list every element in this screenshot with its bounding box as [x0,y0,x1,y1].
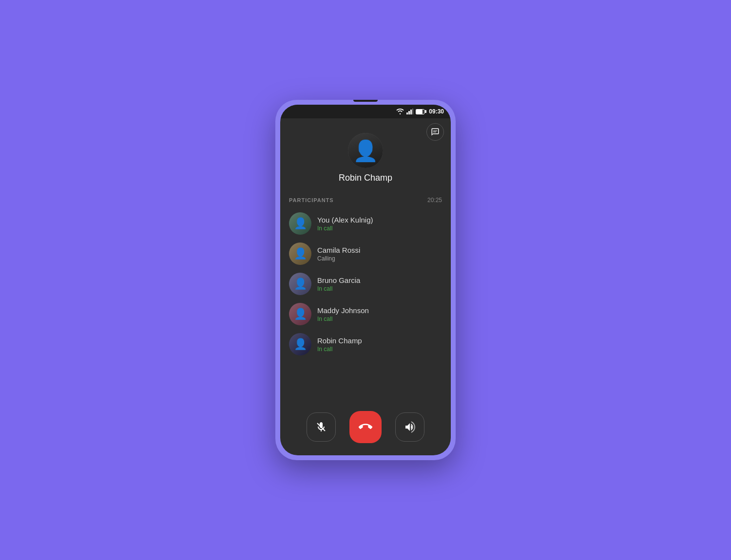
participant-avatar-camila: 👤 [289,243,311,265]
participant-status-maddy: In call [317,316,369,322]
participant-avatar-robin: 👤 [289,333,311,355]
notch [353,100,378,102]
participant-avatar-maddy: 👤 [289,303,311,325]
participant-name-alex: You (Alex Kulnig) [317,216,373,224]
status-icons: 09:30 [396,108,444,115]
participant-item-camila[interactable]: 👤 Camila Rossi Calling [286,239,445,269]
caller-section: Robin Champ [280,118,451,193]
phone-device: 09:30 Robin Champ PARTICIPANTS [275,100,456,460]
bottom-controls [280,407,451,455]
mic-off-icon [315,421,327,433]
participant-info-alex: You (Alex Kulnig) In call [317,216,373,232]
participant-item-bruno[interactable]: 👤 Bruno Garcia In call [286,269,445,299]
mute-button[interactable] [307,412,336,442]
signal-icon [406,109,413,114]
participant-status-bruno: In call [317,285,360,292]
speaker-icon [404,421,416,433]
caller-avatar [348,133,383,168]
participant-item-alex[interactable]: 👤 You (Alex Kulnig) In call [286,208,445,239]
participant-info-bruno: Bruno Garcia In call [317,276,360,292]
participant-status-robin: In call [317,346,362,353]
participant-status-alex: In call [317,225,373,232]
participant-info-camila: Camila Rossi Calling [317,246,360,262]
participants-header: PARTICIPANTS 20:25 [280,193,451,208]
chat-button[interactable] [426,123,444,141]
participants-list: 👤 You (Alex Kulnig) In call 👤 Camila Ros… [280,208,451,407]
participant-name-robin: Robin Champ [317,336,362,345]
svg-rect-0 [406,112,408,114]
status-bar: 09:30 [280,105,451,118]
participant-info-maddy: Maddy Johnson In call [317,306,369,322]
status-time: 09:30 [429,108,444,115]
participant-name-bruno: Bruno Garcia [317,276,360,284]
participant-status-camila: Calling [317,255,360,262]
participant-item-robin[interactable]: 👤 Robin Champ In call [286,329,445,359]
participant-avatar-alex: 👤 [289,212,311,235]
caller-name: Robin Champ [339,173,392,183]
participant-info-robin: Robin Champ In call [317,336,362,353]
participant-name-maddy: Maddy Johnson [317,306,369,315]
speaker-button[interactable] [395,412,424,442]
svg-rect-1 [408,111,410,114]
svg-rect-2 [410,110,412,114]
end-call-icon [359,420,372,434]
svg-rect-3 [412,109,413,114]
participant-avatar-bruno: 👤 [289,273,311,295]
chat-icon [431,128,440,136]
battery-icon [416,109,424,114]
wifi-icon [396,109,404,114]
screen-content: Robin Champ PARTICIPANTS 20:25 👤 You (Al… [280,118,451,455]
participant-item-maddy[interactable]: 👤 Maddy Johnson In call [286,299,445,329]
participant-name-camila: Camila Rossi [317,246,360,254]
phone-screen: 09:30 Robin Champ PARTICIPANTS [280,105,451,455]
participants-label: PARTICIPANTS [289,197,334,203]
call-timer: 20:25 [427,197,442,204]
caller-avatar-image [348,133,383,168]
end-call-button[interactable] [349,411,382,443]
